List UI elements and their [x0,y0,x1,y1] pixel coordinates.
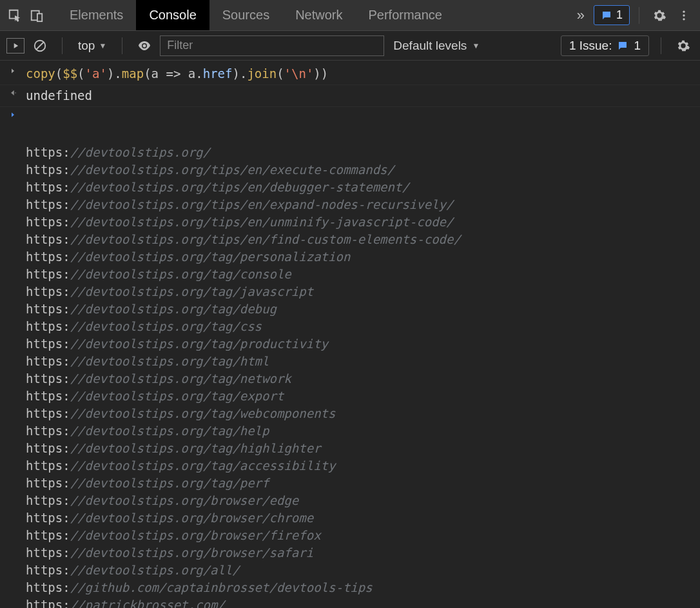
inspect-element-icon[interactable] [4,5,26,26]
output-url: https://devtoolstips.org/tag/export [26,387,700,405]
topbar-issue-badge[interactable]: 1 [594,5,630,25]
tab-console[interactable]: Console [136,0,209,30]
devtools-tabbar: ElementsConsoleSourcesNetworkPerformance… [0,0,700,31]
topbar-issue-count: 1 [616,8,623,22]
more-tabs-button[interactable]: » [568,7,594,24]
output-url: https://devtoolstips.org/tag/javascript [26,283,700,300]
expand-chevron-icon[interactable] [0,109,26,119]
output-url: https://devtoolstips.org/tips/en/debugge… [26,179,700,196]
output-url: https://devtoolstips.org/browser/chrome [26,509,700,527]
output-url: https://devtoolstips.org/tips/en/expand-… [26,196,700,213]
svg-point-3 [683,14,685,16]
issues-button[interactable]: 1 Issue: 1 [561,35,649,56]
device-toolbar-icon[interactable] [26,5,48,26]
toggle-sidebar-icon[interactable] [6,38,24,54]
tab-sources[interactable]: Sources [209,0,282,30]
output-url: https://devtoolstips.org/tag/accessibili… [26,457,700,475]
levels-label: Default levels [393,39,467,53]
execution-context-selector[interactable]: top ▼ [74,39,110,53]
log-level-selector[interactable]: Default levels ▼ [393,39,480,53]
more-menu-icon[interactable] [673,5,695,26]
console-input-code: copy($$('a').map(a => a.href).join('\n')… [26,65,700,83]
output-url: https://devtoolstips.org/browser/edge [26,492,700,509]
svg-line-6 [37,42,44,49]
clear-console-icon[interactable] [30,35,50,56]
divider [639,7,639,24]
output-url: https://devtoolstips.org/tag/perf [26,475,700,492]
output-url: https://devtoolstips.org/tag/help [26,422,700,440]
output-url: https://devtoolstips.org/tag/personaliza… [26,248,700,266]
output-url: https://devtoolstips.org/tag/console [26,266,700,283]
issues-count: 1 [634,39,641,53]
output-url: https://devtoolstips.org/tips/en/find-cu… [26,231,700,248]
dropdown-triangle-icon: ▼ [472,41,480,50]
output-url: https://devtoolstips.org/tag/css [26,318,700,335]
console-filter-input[interactable] [160,35,384,56]
settings-icon[interactable] [648,5,670,26]
output-url: https://devtoolstips.org/browser/safari [26,544,700,562]
input-chevron-icon [0,65,26,75]
svg-point-7 [15,92,16,93]
context-label: top [78,39,95,53]
output-url: https://devtoolstips.org/tag/debug [26,300,700,318]
output-url: https://devtoolstips.org/browser/firefox [26,527,700,544]
console-output-content: https://devtoolstips.org/https://devtool… [26,109,700,608]
output-url: https://devtoolstips.org/tag/webcomponen… [26,405,700,422]
live-expression-icon[interactable] [134,35,155,56]
console-return-value: undefined [26,87,700,104]
tab-performance[interactable]: Performance [356,0,456,30]
message-icon [601,10,612,21]
svg-point-4 [683,18,685,20]
issues-label: 1 Issue: [569,39,612,53]
output-url: https://devtoolstips.org/tag/highlighter [26,440,700,457]
tab-network[interactable]: Network [282,0,355,30]
output-url: https://devtoolstips.org/ [26,144,700,161]
tab-elements[interactable]: Elements [57,0,136,30]
output-url: https://patrickbrosset.com/ [26,596,700,608]
console-output-row: https://devtoolstips.org/https://devtool… [0,107,700,608]
dropdown-triangle-icon: ▼ [99,41,106,50]
output-url: https://devtoolstips.org/tag/html [26,353,700,370]
output-url: https://devtoolstips.org/tips/en/execute… [26,161,700,179]
console-log-area: copy($$('a').map(a => a.href).join('\n')… [0,61,700,608]
output-url: https://devtoolstips.org/all/ [26,562,700,579]
output-url: https://github.com/captainbrosset/devtoo… [26,579,700,596]
svg-point-2 [683,10,685,12]
output-url: https://devtoolstips.org/tips/en/unminif… [26,213,700,231]
divider [62,37,63,54]
console-settings-icon[interactable] [673,35,694,56]
svg-rect-1 [37,14,42,21]
divider [122,37,122,54]
message-icon [617,40,628,52]
divider [661,37,661,54]
devtools-tabs: ElementsConsoleSourcesNetworkPerformance [57,0,568,30]
console-return-row: undefined [0,85,700,107]
output-url: https://devtoolstips.org/tag/productivit… [26,335,700,353]
output-url: https://devtoolstips.org/tag/network [26,370,700,387]
console-toolbar: top ▼ Default levels ▼ 1 Issue: 1 [0,31,700,61]
return-chevron-icon [0,87,26,97]
console-input-row[interactable]: copy($$('a').map(a => a.href).join('\n')… [0,63,700,85]
